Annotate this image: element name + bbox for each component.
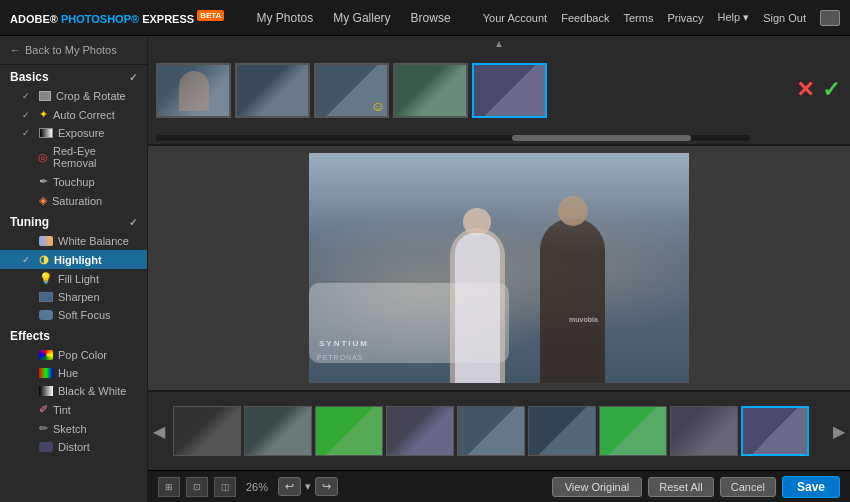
touchup-icon: ✒ [39,175,48,188]
bottom-thumb-8[interactable] [670,406,738,456]
sidebar-item-red-eye[interactable]: ◎ Red-Eye Removal [0,142,147,172]
bottom-thumb-2[interactable] [244,406,312,456]
save-button[interactable]: Save [782,476,840,498]
view-mode-3-button[interactable]: ◫ [214,477,236,497]
filmstrip-scrollbar[interactable] [156,135,750,141]
nav-my-photos[interactable]: My Photos [257,11,314,25]
sharpen-spacer [18,291,34,303]
filmstrip-top: ▲ ☺ [148,36,850,146]
sidebar-item-auto-correct[interactable]: ✓ ✦ Auto Correct [0,105,147,124]
basics-label: Basics [10,70,49,84]
smiley-icon: ☺ [371,98,385,114]
black-white-label: Black & White [58,385,126,397]
discard-button[interactable]: ✕ [796,77,814,103]
back-to-photos[interactable]: ← Back to My Photos [0,36,147,65]
bottom-thumb-3[interactable] [315,406,383,456]
photo-canvas: muvobia SYNTIUM PETRONAS [309,153,689,383]
sidebar-item-fill-light[interactable]: 💡 Fill Light [0,269,147,288]
content-area: ▲ ☺ [148,36,850,502]
tint-icon: ✐ [39,403,48,416]
undo-arrow-icon: ▾ [305,480,311,493]
thumb-image-2 [237,65,308,116]
sidebar-item-touchup[interactable]: ✒ Touchup [0,172,147,191]
wb-spacer [18,235,34,247]
crop-shape-icon [39,91,51,101]
sharpen-label: Sharpen [58,291,100,303]
feedback-link[interactable]: Feedback [561,12,609,24]
nav-browse[interactable]: Browse [411,11,451,25]
bottom-thumb-5[interactable] [457,406,525,456]
sidebar-item-saturation[interactable]: ◈ Saturation [0,191,147,210]
fill-light-icon: 💡 [39,272,53,285]
filmstrip-prev-button[interactable]: ◀ [153,422,165,441]
sign-out-link[interactable]: Sign Out [763,12,806,24]
fullscreen-icon[interactable] [820,10,840,26]
sidebar-item-sketch[interactable]: ✏ Sketch [0,419,147,438]
bottom-thumb-9[interactable] [741,406,809,456]
sidebar-item-white-balance[interactable]: White Balance [0,232,147,250]
sidebar-item-crop-rotate[interactable]: ✓ Crop & Rotate [0,87,147,105]
top-actions: ✕ ✓ [796,77,840,103]
view-original-button[interactable]: View Original [552,477,643,497]
distort-spacer [18,441,34,453]
terms-link[interactable]: Terms [623,12,653,24]
sketch-icon: ✏ [39,422,48,435]
sharpen-icon [39,292,53,302]
touchup-spacer [18,176,34,188]
sidebar-item-tint[interactable]: ✐ Tint [0,400,147,419]
hue-label: Hue [58,367,78,379]
section-basics[interactable]: Basics ✓ [0,65,147,87]
shirt-text: muvobia [569,316,598,323]
view-mode-1-button[interactable]: ⊞ [158,477,180,497]
exposure-check-icon: ✓ [18,127,34,139]
logo-ps: PHOTOSHOP® [61,12,139,24]
white-balance-icon [39,236,53,246]
highlight-label: Highlight [54,254,102,266]
sidebar-item-sharpen[interactable]: Sharpen [0,288,147,306]
bottom-thumb-7[interactable] [599,406,667,456]
sidebar-item-distort[interactable]: Distort [0,438,147,456]
help-dropdown[interactable]: Help ▾ [717,11,749,24]
film-thumb-5[interactable] [472,63,547,118]
bottom-thumb-4[interactable] [386,406,454,456]
cancel-button[interactable]: Cancel [720,477,776,497]
exposure-icon [39,128,53,138]
bottom-thumb-6[interactable] [528,406,596,456]
app-logo: ADOBE® PHOTOSHOP® EXPRESS BETA [10,11,224,25]
privacy-link[interactable]: Privacy [667,12,703,24]
filmstrip-next-button[interactable]: ▶ [833,422,845,441]
section-effects[interactable]: Effects [0,324,147,346]
undo-redo-group: ↩ ▾ ↪ [278,477,338,496]
sat-spacer [18,195,34,207]
sidebar-item-soft-focus[interactable]: Soft Focus [0,306,147,324]
accept-button[interactable]: ✓ [822,77,840,103]
film-thumb-2[interactable] [235,63,310,118]
undo-button[interactable]: ↩ [278,477,301,496]
your-account-link[interactable]: Your Account [483,12,547,24]
film-thumb-1[interactable] [156,63,231,118]
thumb-image-3: ☺ [316,65,387,116]
body-left [455,233,500,383]
sidebar-item-highlight[interactable]: ✓ ◑ Highlight [0,250,147,269]
view-mode-2-button[interactable]: ⊡ [186,477,208,497]
thumb-image-1 [158,65,229,116]
beta-badge: BETA [197,10,224,21]
collapse-arrow-icon[interactable]: ▲ [494,38,504,49]
highlight-icon: ◑ [39,253,49,266]
main-nav: My Photos My Gallery Browse [257,11,451,25]
nav-my-gallery[interactable]: My Gallery [333,11,390,25]
redo-button[interactable]: ↪ [315,477,338,496]
fill-light-label: Fill Light [58,273,99,285]
film-thumb-4[interactable] [393,63,468,118]
film-thumb-3[interactable]: ☺ [314,63,389,118]
bottom-thumb-1[interactable] [173,406,241,456]
sidebar-item-exposure[interactable]: ✓ Exposure [0,124,147,142]
reset-all-button[interactable]: Reset All [648,477,713,497]
sidebar-item-pop-color[interactable]: Pop Color [0,346,147,364]
sidebar-item-black-white[interactable]: Black & White [0,382,147,400]
sidebar-item-hue[interactable]: Hue [0,364,147,382]
zoom-level-display: 26% [242,481,272,493]
tint-spacer [18,404,34,416]
section-tuning[interactable]: Tuning ✓ [0,210,147,232]
filllight-spacer [18,273,34,285]
